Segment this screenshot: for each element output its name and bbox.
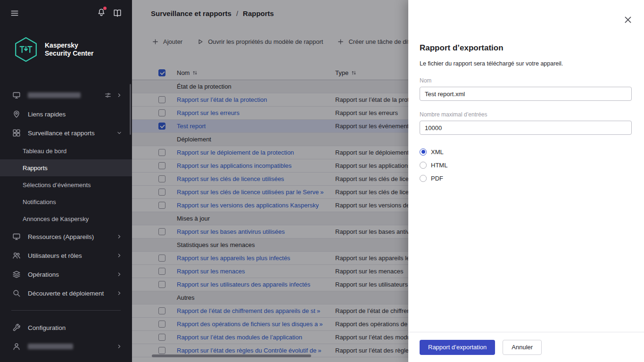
sidebar-item-decouverte-et-deploiement[interactable]: Découverte et déploiement xyxy=(0,284,132,303)
notifications-bell-button[interactable] xyxy=(97,8,106,18)
panel-footer: Rapport d’exportation Annuler xyxy=(408,332,644,362)
chevron-down-icon xyxy=(116,130,123,136)
modal-dim-overlay[interactable] xyxy=(132,0,408,362)
sidebar-item-label: Configuration xyxy=(28,324,66,331)
sidebar: Kaspersky Security Center Liens rapidesS… xyxy=(0,0,132,362)
app-title-line2: Security Center xyxy=(45,49,93,58)
chevron-right-icon xyxy=(116,252,123,259)
trailing-icons xyxy=(116,233,123,240)
masked-user-name xyxy=(28,344,73,349)
sidebar-item-rapports[interactable]: Rapports xyxy=(0,159,132,176)
person-icon xyxy=(12,342,21,351)
grid-icon xyxy=(12,129,21,137)
users-icon xyxy=(12,251,21,260)
chevron-right-icon xyxy=(116,290,123,296)
sidebar-divider xyxy=(11,310,121,311)
sidebar-item-selections-d-evenements[interactable]: Sélections d’événements xyxy=(0,176,132,193)
name-field-label: Nom xyxy=(420,77,632,84)
close-icon[interactable] xyxy=(623,15,633,25)
sidebar-item-label: Utilisateurs et rôles xyxy=(28,252,82,259)
chevron-right-icon xyxy=(116,233,123,240)
sidebar-item-label: Tableau de bord xyxy=(23,148,66,155)
max-entries-input[interactable] xyxy=(420,121,632,135)
search-icon xyxy=(12,289,21,297)
sidebar-item-label: Rapports xyxy=(23,165,48,172)
sliders-icon xyxy=(105,92,111,99)
masked-server-name xyxy=(28,92,81,98)
format-radio-group: XMLHTMLPDF xyxy=(420,145,632,185)
format-radio-html[interactable]: HTML xyxy=(420,158,632,172)
radio-button[interactable] xyxy=(420,148,427,156)
sidebar-item-masked-user[interactable] xyxy=(0,337,132,356)
sidebar-top-bar xyxy=(0,0,132,26)
panel-subtitle: Le fichier du rapport sera téléchargé su… xyxy=(420,60,632,67)
monitor-icon xyxy=(12,232,21,241)
sidebar-item-label: Sélections d’événements xyxy=(23,181,91,189)
sidebar-item-notifications[interactable]: Notifications xyxy=(0,193,132,210)
sidebar-item-ressources-appareils[interactable]: Ressources (Appareils) xyxy=(0,227,132,246)
wrench-icon xyxy=(12,323,21,332)
sidebar-item-annonces-de-kaspersky[interactable]: Annonces de Kaspersky xyxy=(0,210,132,227)
sidebar-item-label: Opérations xyxy=(28,271,59,278)
radio-label: PDF xyxy=(431,175,443,182)
file-name-input[interactable] xyxy=(420,87,632,101)
sidebar-item-utilisateurs-et-roles[interactable]: Utilisateurs et rôles xyxy=(0,246,132,265)
export-report-button[interactable]: Rapport d’exportation xyxy=(420,340,495,355)
cancel-button[interactable]: Annuler xyxy=(503,340,542,355)
app-title: Kaspersky Security Center xyxy=(45,41,93,58)
app-title-line1: Kaspersky xyxy=(45,41,93,49)
notification-dot xyxy=(103,7,107,10)
trailing-icons xyxy=(105,92,123,99)
trailing-icons xyxy=(116,252,123,259)
format-radio-xml[interactable]: XML xyxy=(420,145,632,158)
kaspersky-hexagon-logo-icon xyxy=(14,37,38,62)
sidebar-item-surveillance-et-rapports[interactable]: Surveillance et rapports xyxy=(0,123,132,142)
sidebar-item-label: Annonces de Kaspersky xyxy=(23,215,89,222)
chevron-right-icon xyxy=(116,92,123,99)
export-report-panel: Rapport d’exportation Le fichier du rapp… xyxy=(408,0,644,362)
sidebar-item-label: Ressources (Appareils) xyxy=(28,233,94,240)
radio-label: HTML xyxy=(431,162,447,169)
sidebar-item-tableau-de-bord[interactable]: Tableau de bord xyxy=(0,142,132,159)
trailing-icons xyxy=(116,130,123,136)
pin-icon xyxy=(12,110,21,118)
sidebar-item-masked-server[interactable] xyxy=(0,86,132,105)
sidebar-item-liens-rapides[interactable]: Liens rapides xyxy=(0,105,132,123)
app-logo: Kaspersky Security Center xyxy=(0,26,132,66)
sidebar-item-label: Surveillance et rapports xyxy=(28,130,95,137)
sidebar-item-label: Notifications xyxy=(23,198,56,206)
panel-title: Rapport d’exportation xyxy=(420,43,632,53)
help-guide-icon[interactable] xyxy=(113,9,122,17)
trailing-icons xyxy=(116,343,123,350)
monitor-icon xyxy=(12,91,21,99)
sidebar-item-label: Liens rapides xyxy=(28,111,66,118)
sidebar-scrollbar-thumb[interactable] xyxy=(130,84,131,135)
format-radio-pdf[interactable]: PDF xyxy=(420,172,632,185)
trailing-icons xyxy=(116,271,123,278)
max-entries-label: Nombre maximal d’entrées xyxy=(420,111,632,118)
sidebar-item-operations[interactable]: Opérations xyxy=(0,265,132,284)
radio-button[interactable] xyxy=(420,175,427,182)
radio-button[interactable] xyxy=(420,162,427,169)
chevron-right-icon xyxy=(116,271,123,278)
sidebar-nav: Liens rapidesSurveillance et rapportsTab… xyxy=(0,86,132,356)
sidebar-item-configuration[interactable]: Configuration xyxy=(0,318,132,337)
chevron-right-icon xyxy=(116,343,123,350)
radio-label: XML xyxy=(431,148,444,156)
sidebar-item-label: Découverte et déploiement xyxy=(28,290,104,297)
layers-icon xyxy=(12,270,21,279)
hamburger-menu-icon[interactable] xyxy=(10,9,19,17)
trailing-icons xyxy=(116,290,123,296)
